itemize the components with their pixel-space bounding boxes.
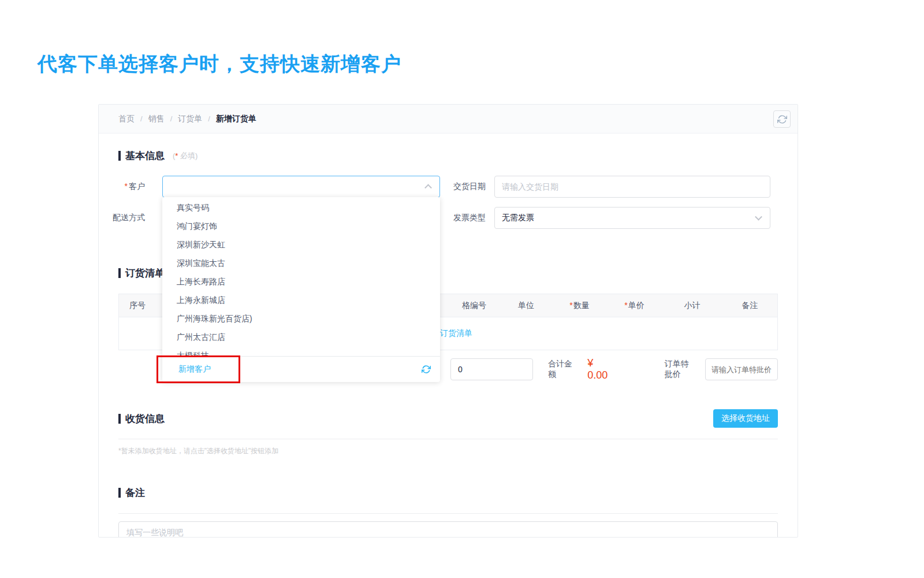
chevron-up-icon (424, 184, 432, 191)
order-list-title: 订货清单 (125, 266, 165, 280)
new-order-card: 首页/销售/订货单/新增订货单 基本信息 (* 必填) *客户 交货日期 (98, 104, 798, 538)
customer-option[interactable]: 深圳宝能太古 (162, 254, 440, 272)
section-bar (118, 488, 121, 498)
total-amount-value: ¥ 0.00 (587, 357, 610, 381)
shipping-info-header: 收货信息 (118, 412, 165, 425)
basic-info-header: 基本信息 (* 必填) (118, 149, 778, 162)
required-star: * (175, 151, 178, 160)
remarks-textarea[interactable] (118, 521, 778, 538)
delivery-date-input[interactable] (502, 182, 752, 191)
invoice-type-value: 无需发票 (502, 213, 534, 223)
customer-dropdown-footer: 新增客户 (162, 356, 440, 382)
invoice-type-select[interactable]: 无需发票 (494, 207, 770, 229)
special-price-label: 订单特批价 (665, 359, 696, 380)
refresh-button[interactable] (773, 110, 791, 128)
section-bar (118, 414, 121, 424)
divider (118, 439, 778, 439)
customer-option[interactable]: 广州太古汇店 (162, 328, 440, 346)
breadcrumb-item: 新增订货单 (216, 114, 256, 124)
column-header: *单价 (607, 301, 662, 311)
divider (118, 513, 778, 514)
empty-address-hint: *暂未添加收货地址，请点击"选择收货地址"按钮添加 (118, 446, 778, 456)
customer-select[interactable] (162, 176, 440, 198)
shipping-method-label: 配送方式 (110, 213, 145, 223)
required-star: * (624, 301, 627, 310)
select-address-button[interactable]: 选择收货地址 (713, 409, 778, 428)
remarks-header: 备注 (118, 486, 778, 499)
breadcrumb-item[interactable]: 销售 (148, 114, 165, 124)
column-header: 格编号 (448, 301, 500, 311)
page-title: 代客下单选择客户时，支持快速新增客户 (38, 51, 401, 77)
customer-dropdown-panel: 真实号码鸿门宴灯饰深圳新沙天虹深圳宝能太古上海长寿路店上海永新城店广州海珠新光百… (162, 197, 440, 382)
form-row-1: *客户 交货日期 (118, 176, 778, 198)
customer-dropdown-list: 真实号码鸿门宴灯饰深圳新沙天虹深圳宝能太古上海长寿路店上海永新城店广州海珠新光百… (162, 197, 440, 356)
breadcrumb-separator: / (170, 114, 173, 123)
refresh-options-icon[interactable] (422, 365, 431, 374)
breadcrumb-separator: / (140, 114, 143, 123)
total-amount-label: 合计金额 (548, 359, 573, 380)
add-customer-link[interactable]: 新增客户 (178, 364, 211, 375)
customer-option[interactable]: 深圳新沙天虹 (162, 235, 440, 254)
section-bar (118, 268, 121, 278)
customer-option[interactable]: 真实号码 (162, 198, 440, 217)
breadcrumb-separator: / (208, 114, 210, 123)
chevron-down-icon (755, 213, 762, 221)
column-header: *数量 (552, 301, 607, 311)
required-hint: (* 必填) (173, 151, 198, 161)
shipping-info-row: 收货信息 选择收货地址 (118, 409, 778, 428)
customer-option[interactable]: 广州海珠新光百货店) (162, 309, 440, 328)
invoice-type-label: 发票类型 (449, 213, 486, 223)
column-header: 备注 (722, 301, 777, 311)
breadcrumb-bar: 首页/销售/订货单/新增订货单 (99, 105, 798, 134)
column-header: 单位 (500, 301, 552, 311)
section-bar (118, 151, 121, 161)
required-star: * (569, 301, 572, 310)
delivery-date-input-wrap (494, 176, 770, 198)
breadcrumb: 首页/销售/订货单/新增订货单 (118, 114, 256, 124)
customer-option[interactable]: 大橙科技 (162, 346, 440, 356)
special-price-input[interactable] (705, 358, 778, 380)
customer-option[interactable]: 上海长寿路店 (162, 272, 440, 291)
total-quantity-input[interactable] (450, 358, 533, 380)
remarks-title: 备注 (125, 486, 145, 499)
delivery-date-label: 交货日期 (449, 181, 486, 192)
customer-option[interactable]: 鸿门宴灯饰 (162, 217, 440, 235)
basic-info-title: 基本信息 (125, 149, 165, 162)
shipping-info-title: 收货信息 (125, 412, 165, 425)
column-header: 小计 (662, 301, 722, 311)
page: 代客下单选择客户时，支持快速新增客户 首页/销售/订货单/新增订货单 基本信息 … (0, 0, 924, 578)
breadcrumb-item[interactable]: 订货单 (178, 114, 202, 124)
customer-label: *客户 (110, 181, 145, 192)
breadcrumb-item[interactable]: 首页 (118, 114, 135, 124)
refresh-icon (777, 114, 787, 124)
customer-option[interactable]: 上海永新城店 (162, 291, 440, 309)
